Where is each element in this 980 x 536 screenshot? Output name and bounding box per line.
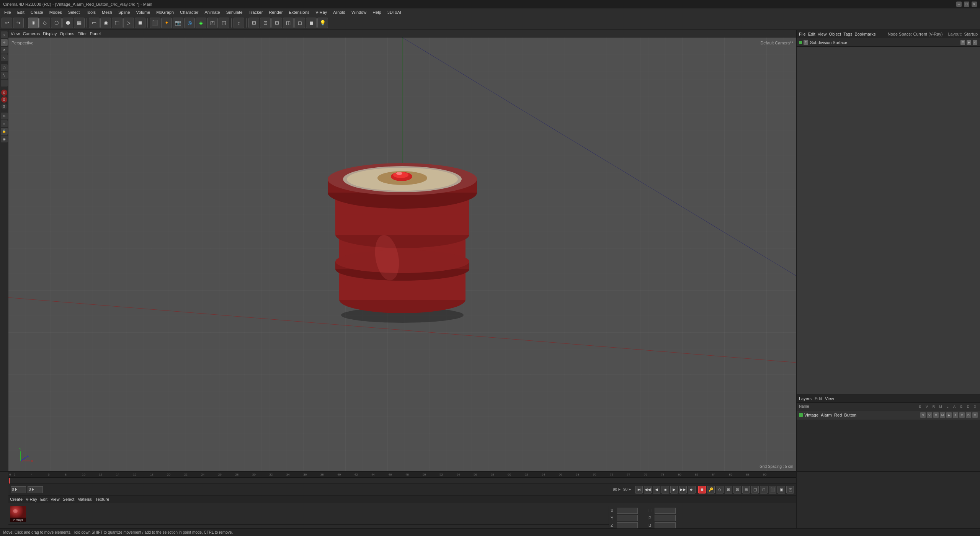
menu-extensions[interactable]: Extensions <box>286 9 312 15</box>
layer-icon-lock[interactable]: ▶ <box>946 412 952 418</box>
toolbar-redo[interactable]: ↪ <box>13 18 24 28</box>
menu-select[interactable]: Select <box>65 9 83 15</box>
mat-tab-material[interactable]: Material <box>77 497 92 502</box>
motion-clip-btn[interactable]: ◇ <box>716 486 724 494</box>
toolbar-select-2[interactable]: ⬡ <box>51 18 62 28</box>
sidebar-lock-icon[interactable]: 🔒 <box>1 128 8 135</box>
layer-icon-expr[interactable]: X <box>972 412 978 418</box>
motion-mode-5[interactable]: ◻ <box>760 486 768 494</box>
rp-menu-view[interactable]: View <box>818 32 827 36</box>
menu-help[interactable]: Help <box>370 9 384 15</box>
sidebar-layers-icon[interactable]: ≡ <box>1 120 8 127</box>
menu-file[interactable]: File <box>2 9 14 15</box>
menu-create[interactable]: Create <box>28 9 46 15</box>
toolbar-undo[interactable]: ↩ <box>2 18 12 28</box>
toolbar-snap-3[interactable]: ⊟ <box>271 18 282 28</box>
rp-menu-file[interactable]: File <box>799 32 806 36</box>
play-back-btn[interactable]: ◀ <box>653 486 660 494</box>
menu-simulate[interactable]: Simulate <box>224 9 245 15</box>
layer-icon-manager[interactable]: M <box>940 412 945 418</box>
motion-mode-4[interactable]: ◫ <box>751 486 759 494</box>
toolbar-render-2[interactable]: ◉ <box>100 18 111 28</box>
toolbar-light-btn[interactable]: 💡 <box>317 18 328 28</box>
toolbar-select-1[interactable]: ◇ <box>39 18 50 28</box>
vp-menu-cameras[interactable]: Cameras <box>23 31 40 36</box>
motion-mode-1[interactable]: ⊞ <box>725 486 732 494</box>
sidebar-select-icon[interactable]: ▷ <box>1 31 8 38</box>
material-thumbnail[interactable]: Vintage <box>10 506 26 522</box>
mat-tab-texture[interactable]: Texture <box>95 497 109 502</box>
menu-render[interactable]: Render <box>266 9 285 15</box>
toolbar-env[interactable]: ◈ <box>196 18 206 28</box>
sidebar-scale-icon[interactable]: ⤡ <box>1 54 8 61</box>
close-button[interactable]: ✕ <box>972 2 977 7</box>
toolbar-mat[interactable]: ◎ <box>184 18 195 28</box>
x-input[interactable] <box>617 508 638 514</box>
mat-tab-vray[interactable]: V-Ray <box>26 497 37 502</box>
vp-menu-display[interactable]: Display <box>43 31 57 36</box>
toolbar-camera[interactable]: 📷 <box>173 18 183 28</box>
toolbar-render-1[interactable]: ▭ <box>89 18 100 28</box>
layer-icon-deform[interactable]: D <box>966 412 971 418</box>
menu-arnold[interactable]: Arnold <box>330 9 348 15</box>
h-input[interactable] <box>655 508 676 514</box>
toolbar-snap-4[interactable]: ◫ <box>283 18 294 28</box>
play-fwd-btn[interactable]: ▶ <box>670 486 678 494</box>
motion-mode-6[interactable]: ⬛ <box>769 486 776 494</box>
motion-mode-7[interactable]: ▣ <box>777 486 785 494</box>
menu-tools[interactable]: Tools <box>83 9 98 15</box>
sidebar-extra-icon[interactable]: ◉ <box>1 136 8 142</box>
sidebar-move-icon[interactable]: ✛ <box>1 39 8 46</box>
mat-tab-view[interactable]: View <box>51 497 60 502</box>
menu-edit[interactable]: Edit <box>15 9 27 15</box>
menu-spline[interactable]: Spline <box>116 9 133 15</box>
rp-menu-object[interactable]: Object <box>829 32 841 36</box>
frame-start-input[interactable] <box>11 486 26 493</box>
toolbar-render-5[interactable]: ⏹ <box>135 18 145 28</box>
rp-menu-edit[interactable]: Edit <box>808 32 815 36</box>
sidebar-rotate-icon[interactable]: ↺ <box>1 47 8 54</box>
toolbar-select-3[interactable]: ⬢ <box>62 18 73 28</box>
vp-menu-options[interactable]: Options <box>60 31 74 36</box>
timeline-track[interactable] <box>8 478 796 484</box>
viewport-canvas[interactable]: Perspective Default Camera** <box>8 38 796 471</box>
sidebar-s3-icon[interactable]: S <box>1 103 7 109</box>
mat-tab-select[interactable]: Select <box>63 497 75 502</box>
menu-vray[interactable]: V-Ray <box>313 9 330 15</box>
toolbar-move[interactable]: ⊕ <box>28 18 39 28</box>
vp-menu-view[interactable]: View <box>11 31 20 36</box>
prev-frame-btn[interactable]: ◀◀ <box>644 486 652 494</box>
toolbar-select-4[interactable]: ▦ <box>74 18 85 28</box>
minimize-button[interactable]: ─ <box>956 2 962 7</box>
menu-3dtoai[interactable]: 3DToAI <box>385 9 404 15</box>
motion-mode-3[interactable]: ⊟ <box>742 486 750 494</box>
layer-icon-solo[interactable]: S <box>920 412 926 418</box>
sidebar-edge-icon[interactable]: ╲ <box>1 72 8 79</box>
tag-2[interactable]: ▶ <box>967 40 971 45</box>
toolbar-snap-1[interactable]: ⊞ <box>248 18 259 28</box>
toolbar-snap-2[interactable]: ⊡ <box>260 18 271 28</box>
tag-1[interactable]: ☰ <box>960 40 965 45</box>
motion-mode-8[interactable]: ◰ <box>786 486 794 494</box>
layer-icon-anim[interactable]: A <box>953 412 958 418</box>
toolbar-extra-1[interactable]: ↕ <box>234 18 244 28</box>
sidebar-s2-icon[interactable]: S <box>1 96 7 103</box>
motion-mode-2[interactable]: ⊡ <box>733 486 741 494</box>
menu-mesh[interactable]: Mesh <box>99 9 115 15</box>
sidebar-poly-icon[interactable]: ⬡ <box>1 64 8 71</box>
auto-key-btn[interactable]: 🔑 <box>707 486 715 494</box>
vp-menu-filter[interactable]: Filter <box>77 31 87 36</box>
tag-checkmark[interactable]: ✓ <box>973 40 977 45</box>
sidebar-snap-icon[interactable]: ⊕ <box>1 113 8 119</box>
toolbar-fx[interactable]: ◰ <box>207 18 218 28</box>
mat-tab-create[interactable]: Create <box>10 497 23 502</box>
go-start-btn[interactable]: ⏮ <box>635 486 643 494</box>
toolbar-snap-6[interactable]: ◼ <box>306 18 317 28</box>
node-editor-canvas[interactable] <box>797 47 980 394</box>
layer-row[interactable]: Vintage_Alarm_Red_Button S V R M ▶ A G D… <box>797 410 980 420</box>
sidebar-point-icon[interactable]: · <box>1 80 8 87</box>
toolbar-deform[interactable]: ◳ <box>219 18 229 28</box>
stop-btn[interactable]: ■ <box>662 486 669 494</box>
layers-menu[interactable]: Layers <box>799 396 812 401</box>
maximize-button[interactable]: □ <box>964 2 969 7</box>
